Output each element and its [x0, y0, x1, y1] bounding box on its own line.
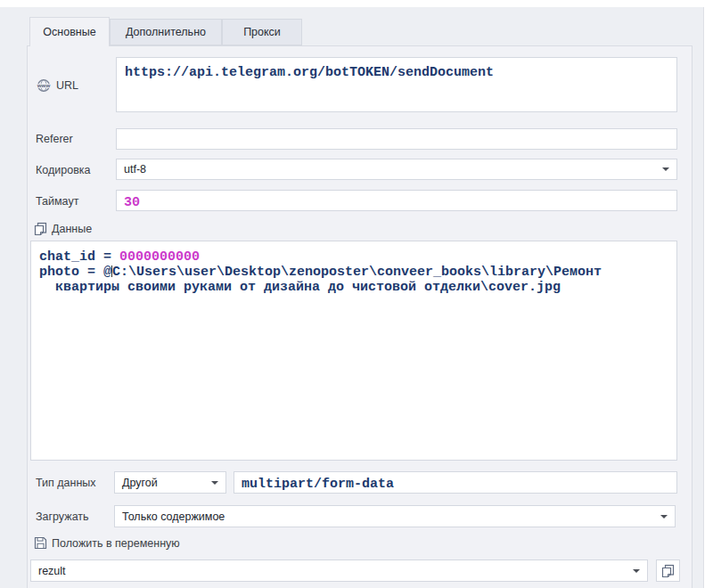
data-line-1: chat_id = 0000000000 [39, 249, 668, 265]
referer-label: Referer [36, 133, 73, 145]
globe-www-icon: www [36, 78, 52, 93]
svg-text:www: www [37, 82, 51, 88]
data-type-label: Тип данных [36, 477, 96, 489]
data-label: Данные [52, 223, 92, 235]
result-label-row: Положить в переменную [34, 536, 180, 550]
chevron-down-icon [662, 167, 669, 171]
data-line-2: photo = @C:\Users\user\Desktop\zenoposte… [39, 265, 668, 280]
result-variable-select[interactable]: rezult [30, 559, 648, 582]
data-type-custom-input[interactable]: multipart/form-data [234, 471, 677, 494]
result-variable-value: rezult [38, 565, 66, 577]
floppy-disk-icon [34, 536, 47, 550]
url-value: https://api.telegram.org/botTOKEN/sendDo… [125, 65, 494, 80]
url-input[interactable]: https://api.telegram.org/botTOKEN/sendDo… [116, 57, 677, 112]
result-label: Положить в переменную [52, 537, 180, 550]
copy-variable-button[interactable] [656, 559, 680, 582]
encoding-value: utf-8 [124, 163, 146, 176]
referer-input[interactable] [116, 128, 677, 150]
timeout-input[interactable]: 30 [116, 190, 677, 211]
tab-additional[interactable]: Дополнительно [110, 19, 222, 45]
download-value: Только содержимое [122, 510, 225, 523]
chevron-down-icon [633, 569, 640, 573]
http-request-settings-window: Дополнительно Прокси Основные www URL ht… [0, 0, 713, 588]
data-type-custom-value: multipart/form-data [242, 477, 394, 492]
copy-pages-icon [661, 564, 675, 578]
copy-pages-icon [34, 222, 47, 236]
data-label-row: Данные [34, 222, 92, 236]
encoding-select[interactable]: utf-8 [116, 159, 677, 180]
data-line-3: квартиры своими руками от дизайна до чис… [39, 280, 668, 295]
timeout-label: Таймаут [36, 195, 78, 208]
chat-id-value: 0000000000 [119, 249, 200, 265]
chevron-down-icon [660, 515, 668, 519]
tab-main[interactable]: Основные [29, 17, 110, 46]
chevron-down-icon [211, 481, 218, 485]
url-label: URL [56, 79, 78, 92]
tab-proxy[interactable]: Прокси [222, 19, 302, 45]
timeout-value: 30 [124, 195, 140, 210]
data-editor[interactable]: chat_id = 0000000000 photo = @C:\Users\u… [30, 241, 677, 461]
data-type-select[interactable]: Другой [114, 471, 226, 494]
encoding-label: Кодировка [36, 164, 90, 176]
download-select[interactable]: Только содержимое [114, 505, 676, 527]
download-label: Загружать [36, 510, 89, 523]
url-label-row: www URL [36, 78, 78, 93]
data-type-value: Другой [122, 477, 158, 489]
